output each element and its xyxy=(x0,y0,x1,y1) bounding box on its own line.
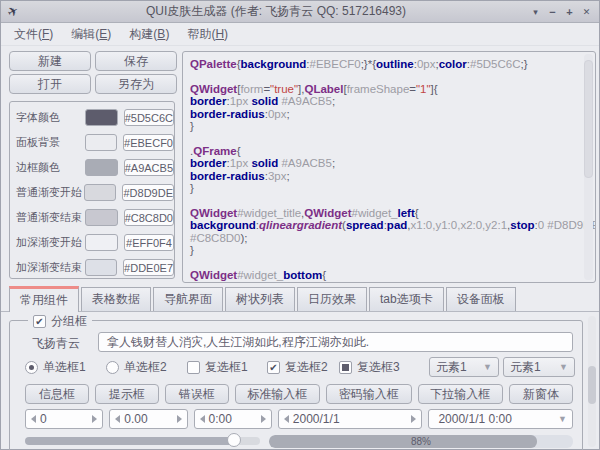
slider-handle[interactable] xyxy=(227,433,241,447)
page-scrollbar[interactable] xyxy=(588,316,596,447)
color-row-grad-start: 普通渐变开始 #D8D9DE xyxy=(16,180,174,205)
code-line xyxy=(190,132,579,144)
menu-build[interactable]: 构建(B) xyxy=(120,24,178,45)
tab-nav-ui[interactable]: 导航界面 xyxy=(153,287,223,311)
checkbox-indicator: ✔ xyxy=(267,361,280,374)
tab-calendar[interactable]: 日历效果 xyxy=(297,287,367,311)
author-label: 飞扬青云 xyxy=(32,335,80,352)
checkbox-1[interactable]: 复选框1 xyxy=(187,359,248,376)
slider[interactable] xyxy=(25,437,260,445)
tab-table-data[interactable]: 表格数据 xyxy=(81,287,151,311)
menu-edit[interactable]: 编辑(E) xyxy=(62,24,120,45)
color-row-border: 边框颜色 #A9ACB5 xyxy=(16,155,174,180)
editor-scrollbar-thumb[interactable] xyxy=(584,60,593,178)
spin-up-icon[interactable] xyxy=(411,415,416,423)
code-line: QWidget#widget_bottom{ xyxy=(190,269,579,281)
close-icon[interactable]: ✕ xyxy=(578,3,595,21)
spin-up-icon[interactable] xyxy=(92,415,97,423)
code-line: border-radius:0px; xyxy=(190,108,579,120)
save-as-button[interactable]: 另存为 xyxy=(95,74,177,94)
radio-2[interactable]: 单选框2 xyxy=(106,359,167,376)
checkbox-3[interactable]: 复选框3 xyxy=(339,359,400,376)
datetime-edit[interactable]: 2000/1/1 0:00 ▼ xyxy=(428,409,573,429)
checkbox-2[interactable]: ✔ 复选框2 xyxy=(267,359,328,376)
page-scrollbar-thumb[interactable] xyxy=(588,366,596,404)
info-box-button[interactable]: 信息框 xyxy=(25,384,89,404)
color-value-field[interactable]: #A9ACB5 xyxy=(124,159,174,176)
color-swatch[interactable] xyxy=(85,234,118,251)
options-row: 单选框1 单选框2 复选框1 ✔ 复选框2 复选框3 xyxy=(10,359,582,377)
code-line xyxy=(190,194,579,206)
password-input-button[interactable]: 密码输入框 xyxy=(326,384,412,404)
groupbox-checkbox[interactable]: ✔ xyxy=(33,315,46,328)
color-value-field[interactable]: #D8D9DE xyxy=(122,184,174,201)
author-row: 飞扬青云 拿人钱财替人消灾,人生江湖如此,程序江湖亦如此. xyxy=(10,332,582,352)
code-line: border:1px solid #A9ACB5; xyxy=(190,95,579,107)
dialog-buttons-row: 信息框 提示框 错误框 标准输入框 密码输入框 下拉输入框 新窗体 xyxy=(25,384,573,404)
color-swatch[interactable] xyxy=(85,159,118,176)
color-label: 普通渐变开始 xyxy=(16,185,84,200)
int-spinbox[interactable]: 0 xyxy=(25,409,103,429)
quote-input[interactable]: 拿人钱财替人消灾,人生江湖如此,程序江湖亦如此. xyxy=(98,332,573,352)
window-title: QUI皮肤生成器 (作者: 飞扬青云 QQ: 517216493) xyxy=(25,3,527,20)
code-line: .QFrame{ xyxy=(190,145,579,157)
editor-scrollbar[interactable] xyxy=(584,54,593,280)
combo-1[interactable]: 元素1 ▼ xyxy=(429,357,499,377)
radio-1[interactable]: 单选框1 xyxy=(25,359,86,376)
code-line xyxy=(190,70,579,82)
open-button[interactable]: 打开 xyxy=(9,74,91,94)
error-box-button[interactable]: 错误框 xyxy=(165,384,229,404)
menu-help[interactable]: 帮助(H) xyxy=(178,24,237,45)
progress-label: 88% xyxy=(269,435,573,448)
code-line: QPalette{background:#EBECF0;}*{outline:0… xyxy=(190,58,579,70)
save-button[interactable]: 保存 xyxy=(95,51,177,71)
color-value-field[interactable]: #DDE0E7 xyxy=(123,259,174,276)
color-swatch[interactable] xyxy=(84,184,116,201)
tab-device-panel[interactable]: 设备面板 xyxy=(446,287,516,311)
standard-input-button[interactable]: 标准输入框 xyxy=(235,384,321,404)
double-spinbox[interactable]: 0.00 xyxy=(109,409,187,429)
color-row-deep-end: 加深渐变结束 #DDE0E7 xyxy=(16,255,174,280)
dropdown-input-button[interactable]: 下拉输入框 xyxy=(418,384,504,404)
date-edit[interactable]: 2000/1/1 xyxy=(278,409,423,429)
color-value-field[interactable]: #5D5C6C xyxy=(124,109,174,126)
new-window-button[interactable]: 新窗体 xyxy=(509,384,573,404)
spin-up-icon[interactable] xyxy=(177,415,182,423)
combo-2[interactable]: 元素1 ▼ xyxy=(503,357,575,377)
color-swatch[interactable] xyxy=(85,259,117,276)
stylesheet-editor[interactable]: QPalette{background:#EBECF0;}*{outline:0… xyxy=(182,51,596,283)
spin-up-icon[interactable] xyxy=(261,415,266,423)
maximize-icon[interactable]: + xyxy=(561,3,578,21)
tab-tree-list[interactable]: 树状列表 xyxy=(225,287,295,311)
skin-menu-icon[interactable]: ▾ xyxy=(527,3,544,21)
chevron-down-icon: ▼ xyxy=(483,362,492,372)
chevron-down-icon: ▼ xyxy=(559,362,568,372)
tab-tab-widget[interactable]: tab选项卡 xyxy=(369,287,444,311)
color-row-grad-end: 普通渐变结束 #C8C8D0 xyxy=(16,205,174,230)
checkbox-indicator xyxy=(339,361,352,374)
color-value-field[interactable]: #C8C8D0 xyxy=(124,209,174,226)
code-line: QWidget#widget_title,QWidget#widget_left… xyxy=(190,207,579,219)
tip-box-button[interactable]: 提示框 xyxy=(95,384,159,404)
time-edit[interactable]: 0:00 xyxy=(194,409,272,429)
color-value-field[interactable]: #EBECF0 xyxy=(123,134,174,151)
checkbox-indicator xyxy=(187,361,200,374)
color-label: 字体颜色 xyxy=(16,110,85,125)
color-row-font: 字体颜色 #5D5C6C xyxy=(16,105,174,130)
code-line: } xyxy=(190,182,579,194)
color-swatch[interactable] xyxy=(85,109,118,126)
menu-file[interactable]: 文件(F) xyxy=(5,24,62,45)
color-row-panel-bg: 面板背景 #EBECF0 xyxy=(16,130,174,155)
minimize-icon[interactable]: − xyxy=(544,3,561,21)
color-swatch[interactable] xyxy=(85,134,117,151)
radio-indicator xyxy=(25,361,38,374)
code-line: border-radius:3px; xyxy=(190,170,579,182)
spinner-row: 0 0.00 0:00 2000/1/1 xyxy=(25,409,573,429)
color-swatch[interactable] xyxy=(85,209,118,226)
groupbox-title: 分组框 xyxy=(51,313,87,330)
color-value-field[interactable]: #EFF0F4 xyxy=(124,234,174,251)
groupbox-legend: ✔ 分组框 xyxy=(28,313,92,330)
tab-common-widgets[interactable]: 常用组件 xyxy=(9,286,79,312)
chevron-down-icon[interactable]: ▼ xyxy=(558,414,567,424)
new-button[interactable]: 新建 xyxy=(9,51,91,71)
